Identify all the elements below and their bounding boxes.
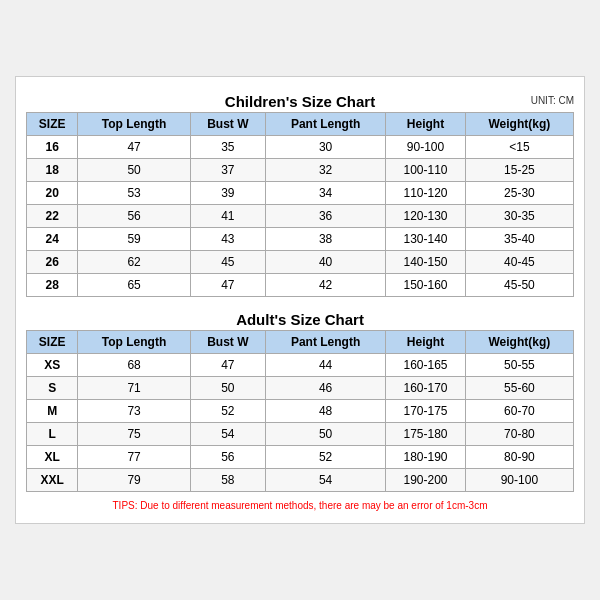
table-cell: 16	[27, 136, 78, 159]
table-cell: <15	[465, 136, 573, 159]
table-cell: 100-110	[386, 159, 465, 182]
children-header-row: SIZE Top Length Bust W Pant Length Heigh…	[27, 113, 574, 136]
table-cell: 40-45	[465, 251, 573, 274]
table-cell: 190-200	[386, 469, 465, 492]
table-row: 24594338130-14035-40	[27, 228, 574, 251]
table-cell: 54	[265, 469, 385, 492]
table-cell: 39	[190, 182, 265, 205]
table-cell: 30-35	[465, 205, 573, 228]
table-cell: 160-170	[386, 377, 465, 400]
table-cell: 36	[265, 205, 385, 228]
col-header-height: Height	[386, 113, 465, 136]
table-cell: 28	[27, 274, 78, 297]
table-cell: 38	[265, 228, 385, 251]
table-cell: 140-150	[386, 251, 465, 274]
table-row: M735248170-17560-70	[27, 400, 574, 423]
table-cell: 41	[190, 205, 265, 228]
col-header-top-length: Top Length	[78, 331, 191, 354]
table-row: 20533934110-12025-30	[27, 182, 574, 205]
table-cell: 35-40	[465, 228, 573, 251]
table-row: XXL795854190-20090-100	[27, 469, 574, 492]
table-cell: 42	[265, 274, 385, 297]
table-cell: 35	[190, 136, 265, 159]
adult-header-row: SIZE Top Length Bust W Pant Length Heigh…	[27, 331, 574, 354]
table-cell: 25-30	[465, 182, 573, 205]
table-cell: 65	[78, 274, 191, 297]
table-cell: 160-165	[386, 354, 465, 377]
table-cell: 70-80	[465, 423, 573, 446]
table-cell: 24	[27, 228, 78, 251]
children-title: Children's Size Chart	[225, 93, 375, 110]
table-cell: 53	[78, 182, 191, 205]
table-cell: 47	[190, 274, 265, 297]
children-section-title: Children's Size Chart UNIT: CM	[26, 87, 574, 112]
table-row: 18503732100-11015-25	[27, 159, 574, 182]
col-header-height: Height	[386, 331, 465, 354]
col-header-weight: Weight(kg)	[465, 331, 573, 354]
unit-label: UNIT: CM	[531, 94, 574, 105]
table-cell: 37	[190, 159, 265, 182]
table-cell: 58	[190, 469, 265, 492]
col-header-weight: Weight(kg)	[465, 113, 573, 136]
table-cell: 150-160	[386, 274, 465, 297]
table-cell: 45	[190, 251, 265, 274]
table-cell: 34	[265, 182, 385, 205]
table-cell: 26	[27, 251, 78, 274]
table-cell: 52	[190, 400, 265, 423]
table-cell: 59	[78, 228, 191, 251]
table-cell: 175-180	[386, 423, 465, 446]
table-row: XS684744160-16550-55	[27, 354, 574, 377]
table-cell: 50	[265, 423, 385, 446]
adult-size-table: SIZE Top Length Bust W Pant Length Heigh…	[26, 330, 574, 492]
table-cell: 80-90	[465, 446, 573, 469]
col-header-size: SIZE	[27, 331, 78, 354]
table-cell: 50	[78, 159, 191, 182]
table-cell: 75	[78, 423, 191, 446]
table-cell: 45-50	[465, 274, 573, 297]
table-cell: 130-140	[386, 228, 465, 251]
table-cell: 20	[27, 182, 78, 205]
table-row: 28654742150-16045-50	[27, 274, 574, 297]
table-cell: 54	[190, 423, 265, 446]
table-cell: 18	[27, 159, 78, 182]
table-row: XL775652180-19080-90	[27, 446, 574, 469]
table-cell: 47	[190, 354, 265, 377]
table-cell: 15-25	[465, 159, 573, 182]
table-cell: XS	[27, 354, 78, 377]
col-header-bust-w: Bust W	[190, 113, 265, 136]
table-cell: 43	[190, 228, 265, 251]
table-cell: 56	[78, 205, 191, 228]
table-cell: S	[27, 377, 78, 400]
table-cell: 50	[190, 377, 265, 400]
table-cell: 48	[265, 400, 385, 423]
adults-section-title: Adult's Size Chart	[26, 305, 574, 330]
table-row: 22564136120-13030-35	[27, 205, 574, 228]
table-row: S715046160-17055-60	[27, 377, 574, 400]
table-cell: 110-120	[386, 182, 465, 205]
tips-text: TIPS: Due to different measurement metho…	[26, 498, 574, 513]
table-cell: 47	[78, 136, 191, 159]
table-cell: 71	[78, 377, 191, 400]
table-cell: XXL	[27, 469, 78, 492]
table-cell: 50-55	[465, 354, 573, 377]
col-header-pant-length: Pant Length	[265, 331, 385, 354]
table-cell: 79	[78, 469, 191, 492]
table-cell: L	[27, 423, 78, 446]
table-cell: M	[27, 400, 78, 423]
table-cell: 62	[78, 251, 191, 274]
col-header-pant-length: Pant Length	[265, 113, 385, 136]
table-row: 1647353090-100<15	[27, 136, 574, 159]
table-cell: 77	[78, 446, 191, 469]
table-cell: XL	[27, 446, 78, 469]
col-header-top-length: Top Length	[78, 113, 191, 136]
adults-title: Adult's Size Chart	[236, 311, 364, 328]
table-cell: 90-100	[386, 136, 465, 159]
table-cell: 32	[265, 159, 385, 182]
table-cell: 90-100	[465, 469, 573, 492]
table-cell: 120-130	[386, 205, 465, 228]
table-cell: 40	[265, 251, 385, 274]
table-cell: 52	[265, 446, 385, 469]
table-cell: 56	[190, 446, 265, 469]
col-header-size: SIZE	[27, 113, 78, 136]
table-cell: 73	[78, 400, 191, 423]
